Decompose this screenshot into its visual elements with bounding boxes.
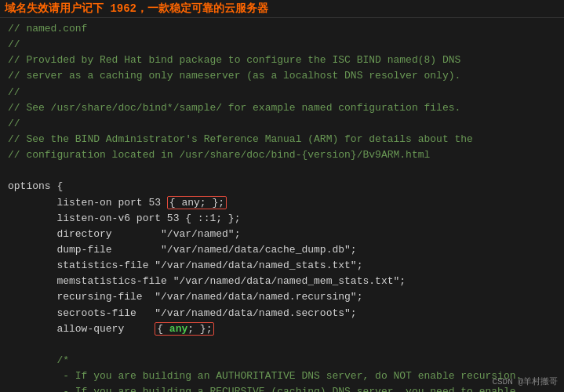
code-line: secroots-file "/var/named/data/named.sec… xyxy=(8,306,556,321)
code-line: statistics-file "/var/named/data/named_s… xyxy=(8,258,556,274)
code-area: // named.conf//// Provided by Red Hat bi… xyxy=(0,18,564,392)
code-line: // xyxy=(8,85,556,100)
code-line: - If you are building an AUTHORITATIVE D… xyxy=(8,368,556,384)
watermark: CSDN @羊村搬哥 xyxy=(492,376,558,387)
code-line: // configuration located in /usr/share/d… xyxy=(8,147,556,163)
code-line: dump-file "/var/named/data/cache_dump.db… xyxy=(8,242,556,258)
code-line: // See /usr/share/doc/bind*/sample/ for … xyxy=(8,100,556,116)
code-line: /* xyxy=(8,353,556,368)
code-line: directory "/var/named"; xyxy=(8,227,556,242)
code-line xyxy=(8,337,556,353)
code-line: recursing-file "/var/named/data/named.re… xyxy=(8,289,556,305)
code-line: // server as a caching only nameserver (… xyxy=(8,68,556,84)
code-line: // See the BIND Administrator's Referenc… xyxy=(8,132,556,147)
code-line: - If you are building a RECURSIVE (cachi… xyxy=(8,384,556,392)
code-line: // named.conf xyxy=(8,21,556,37)
code-line: allow-query { any; }; xyxy=(8,321,556,337)
banner: 域名失效请用户记下 1962，一款稳定可靠的云服务器 xyxy=(0,0,564,18)
code-line: // Provided by Red Hat bind package to c… xyxy=(8,53,556,68)
code-line xyxy=(8,163,556,179)
code-line: listen-on-v6 port 53 { ::1; }; xyxy=(8,211,556,227)
code-line: memstatistics-file "/var/named/data/name… xyxy=(8,274,556,289)
code-line: // xyxy=(8,116,556,132)
code-line: options { xyxy=(8,179,556,194)
code-line: listen-on port 53 { any; }; xyxy=(8,195,556,211)
code-line: // xyxy=(8,37,556,53)
